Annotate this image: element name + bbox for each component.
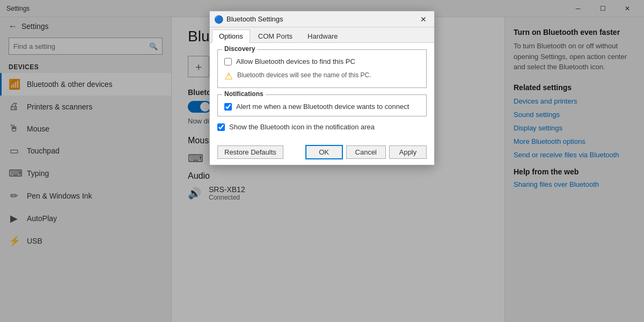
dialog-close-button[interactable]: ✕ — [417, 13, 430, 26]
ok-button[interactable]: OK — [305, 145, 343, 159]
dialog-footer: Restore Defaults OK Cancel Apply — [210, 142, 434, 165]
notifications-checkbox-row: Alert me when a new Bluetooth device wan… — [224, 103, 420, 111]
cancel-button[interactable]: Cancel — [346, 145, 386, 159]
bluetooth-settings-dialog: 🔵 Bluetooth Settings ✕ Options COM Ports… — [209, 11, 435, 165]
show-icon-row: Show the Bluetooth icon in the notificat… — [217, 123, 427, 131]
discovery-group: Discovery Allow Bluetooth devices to fin… — [217, 49, 427, 88]
dialog-overlay: 🔵 Bluetooth Settings ✕ Options COM Ports… — [0, 0, 644, 322]
discovery-checkbox[interactable] — [224, 58, 232, 65]
tab-hardware[interactable]: Hardware — [301, 30, 345, 43]
apply-button[interactable]: Apply — [389, 145, 427, 159]
dialog-tabs: Options COM Ports Hardware — [210, 27, 434, 43]
dialog-title: Bluetooth Settings — [226, 15, 414, 23]
dialog-bluetooth-icon: 🔵 — [214, 15, 223, 24]
restore-defaults-button[interactable]: Restore Defaults — [217, 145, 283, 159]
tab-options[interactable]: Options — [212, 30, 250, 43]
show-icon-label: Show the Bluetooth icon in the notificat… — [229, 123, 375, 131]
discovery-checkbox-label: Allow Bluetooth devices to find this PC — [236, 57, 355, 65]
dialog-body: Discovery Allow Bluetooth devices to fin… — [210, 43, 434, 142]
discovery-legend: Discovery — [222, 45, 257, 53]
warning-icon: ⚠ — [224, 70, 233, 82]
notifications-legend: Notifications — [222, 90, 266, 98]
show-icon-checkbox[interactable] — [217, 123, 225, 131]
discovery-warning-text: Bluetooth devices will see the name of t… — [237, 71, 371, 80]
discovery-checkbox-row: Allow Bluetooth devices to find this PC — [224, 57, 420, 65]
notifications-group: Notifications Alert me when a new Blueto… — [217, 94, 427, 116]
notifications-checkbox-label: Alert me when a new Bluetooth device wan… — [236, 103, 409, 111]
notifications-checkbox[interactable] — [224, 103, 232, 111]
tab-com-ports[interactable]: COM Ports — [251, 30, 299, 43]
dialog-titlebar: 🔵 Bluetooth Settings ✕ — [210, 11, 434, 27]
discovery-warning-row: ⚠ Bluetooth devices will see the name of… — [224, 71, 420, 82]
